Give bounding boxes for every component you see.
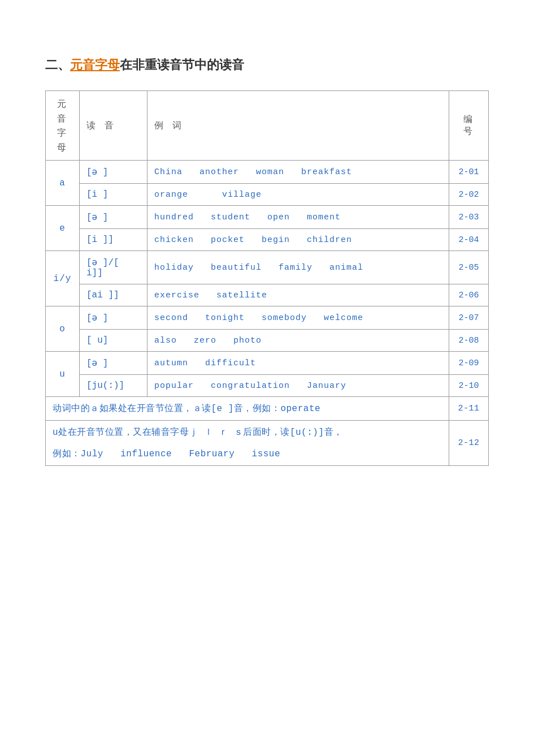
pronunciation-cell: [ə ] — [80, 352, 147, 375]
number-cell: 2-10 — [449, 375, 489, 397]
number-cell: 2-08 — [449, 330, 489, 352]
pronunciation-cell: [ u] — [80, 330, 147, 352]
table-row: [ju(:)] popular congratulation January 2… — [46, 375, 489, 397]
vowel-e: e — [46, 206, 80, 251]
pronunciation-cell: [ju(:)] — [80, 375, 147, 397]
vowel-o: o — [46, 306, 80, 352]
pronunciation-cell: [ai ]] — [80, 284, 147, 306]
page-title: 二、元音字母在非重读音节中的读音 — [45, 57, 489, 74]
pronunciation-cell: [i ]] — [80, 229, 147, 251]
note-number-2: 2-12 — [449, 421, 489, 466]
example-cell: chicken pocket begin children — [147, 229, 449, 251]
vowel-a: a — [46, 161, 80, 206]
number-cell: 2-09 — [449, 352, 489, 375]
table-row: i/y [ə ]/[ i]] holiday beautiful family … — [46, 251, 489, 284]
number-cell: 2-05 — [449, 251, 489, 284]
example-cell: holiday beautiful family animal — [147, 251, 449, 284]
note-number-1: 2-11 — [449, 397, 489, 421]
note-text-2: u处在开音节位置，又在辅音字母ｊ ｌ ｒ ｓ后面时，读[u(:)]音， 例如：J… — [46, 421, 449, 466]
title-highlighted: 元音字母 — [70, 58, 120, 72]
table-row: o [ə ] second tonight somebody welcome 2… — [46, 306, 489, 330]
note-row-1: 动词中的ａ如果处在开音节位置，ａ读[e ]音，例如：operate 2-11 — [46, 397, 489, 421]
number-cell: 2-06 — [449, 284, 489, 306]
table-row: a [ə ] China another woman breakfast 2-0… — [46, 161, 489, 184]
number-cell: 2-02 — [449, 184, 489, 206]
note-row-2: u处在开音节位置，又在辅音字母ｊ ｌ ｒ ｓ后面时，读[u(:)]音， 例如：J… — [46, 421, 489, 466]
example-cell: also zero photo — [147, 330, 449, 352]
table-row: e [ə ] hundred student open moment 2-03 — [46, 206, 489, 229]
example-cell: autumn difficult — [147, 352, 449, 375]
table-header-row: 元音字母 读 音 例 词 编 号 — [46, 91, 489, 161]
number-cell: 2-04 — [449, 229, 489, 251]
main-table: 元音字母 读 音 例 词 编 号 a [ə ] China another wo… — [45, 90, 489, 466]
example-cell: exercise satellite — [147, 284, 449, 306]
header-example: 例 词 — [147, 91, 449, 161]
example-cell: second tonight somebody welcome — [147, 306, 449, 330]
header-number: 编 号 — [449, 91, 489, 161]
header-pronunciation: 读 音 — [80, 91, 147, 161]
title-prefix: 二、 — [45, 58, 70, 72]
number-cell: 2-07 — [449, 306, 489, 330]
number-cell: 2-03 — [449, 206, 489, 229]
pronunciation-cell: [ə ]/[ i]] — [80, 251, 147, 284]
example-cell: China another woman breakfast — [147, 161, 449, 184]
table-row: [ u] also zero photo 2-08 — [46, 330, 489, 352]
vowel-iy: i/y — [46, 251, 80, 306]
header-vowel: 元音字母 — [46, 91, 80, 161]
pronunciation-cell: [ə ] — [80, 206, 147, 229]
pronunciation-cell: [ə ] — [80, 161, 147, 184]
example-cell: orange village — [147, 184, 449, 206]
vowel-u: u — [46, 352, 80, 397]
pronunciation-cell: [i ] — [80, 184, 147, 206]
table-row: u [ə ] autumn difficult 2-09 — [46, 352, 489, 375]
title-suffix: 在非重读音节中的读音 — [120, 58, 244, 72]
table-row: [ai ]] exercise satellite 2-06 — [46, 284, 489, 306]
note-text-1: 动词中的ａ如果处在开音节位置，ａ读[e ]音，例如：operate — [46, 397, 449, 421]
example-cell: popular congratulation January — [147, 375, 449, 397]
table-row: [i ]] chicken pocket begin children 2-04 — [46, 229, 489, 251]
example-cell: hundred student open moment — [147, 206, 449, 229]
number-cell: 2-01 — [449, 161, 489, 184]
pronunciation-cell: [ə ] — [80, 306, 147, 330]
table-row: [i ] orange village 2-02 — [46, 184, 489, 206]
